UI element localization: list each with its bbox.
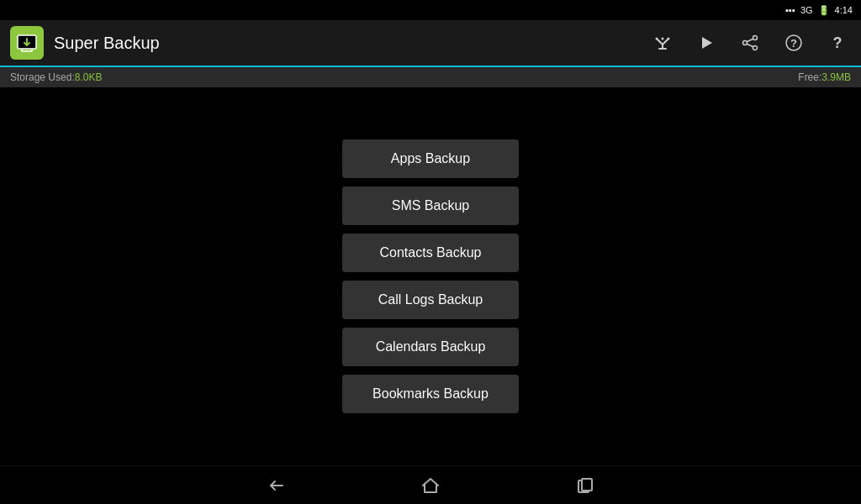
svg-marker-4: [702, 37, 712, 49]
svg-point-7: [753, 46, 758, 50]
apps-backup-btn[interactable]: Apps Backup: [342, 139, 519, 178]
svg-text:?: ?: [790, 37, 797, 50]
svg-point-5: [753, 36, 758, 40]
storage-used-value: 8.0KB: [75, 71, 103, 83]
storage-free-value: 3.9MB: [821, 71, 851, 83]
app-icon: [10, 26, 44, 60]
svg-rect-13: [582, 479, 592, 491]
bookmarks-backup-btn[interactable]: Bookmarks Backup: [342, 375, 519, 413]
title-bar: Super Backup: [0, 20, 861, 66]
app-title: Super Backup: [54, 34, 649, 53]
sms-backup-btn[interactable]: SMS Backup: [342, 186, 519, 225]
svg-point-1: [656, 38, 658, 40]
share-icon[interactable]: [737, 29, 763, 56]
contacts-backup-btn[interactable]: Contacts Backup: [342, 234, 519, 272]
svg-line-8: [747, 39, 753, 42]
call-logs-backup-btn[interactable]: Call Logs Backup: [342, 281, 519, 319]
filter-icon[interactable]: [649, 29, 676, 56]
svg-point-2: [662, 38, 664, 40]
toolbar-icons: ? ?: [649, 29, 851, 56]
home-button[interactable]: [420, 475, 441, 496]
back-button[interactable]: [266, 475, 286, 496]
nav-bar: [0, 465, 861, 504]
battery-icon: 🔋: [818, 5, 830, 16]
help-outline-icon[interactable]: ?: [780, 29, 807, 56]
help-icon[interactable]: ?: [824, 29, 851, 56]
storage-free-label: Free:: [798, 71, 821, 83]
storage-used-label: Storage Used:: [10, 71, 75, 83]
recents-button[interactable]: [575, 475, 595, 496]
main-content: Apps Backup SMS Backup Contacts Backup C…: [0, 87, 861, 465]
play-icon[interactable]: [693, 29, 720, 56]
svg-line-9: [747, 44, 753, 47]
clock: 4:14: [835, 5, 853, 15]
svg-point-3: [668, 38, 670, 40]
signal-strength-icon: ▪▪▪: [785, 5, 795, 15]
storage-bar: Storage Used: 8.0KB Free: 3.9MB: [0, 66, 861, 87]
network-type: 3G: [800, 5, 813, 15]
svg-point-6: [743, 41, 747, 45]
status-bar: ▪▪▪ 3G 🔋 4:14: [0, 0, 861, 20]
calendars-backup-btn[interactable]: Calendars Backup: [342, 328, 519, 366]
